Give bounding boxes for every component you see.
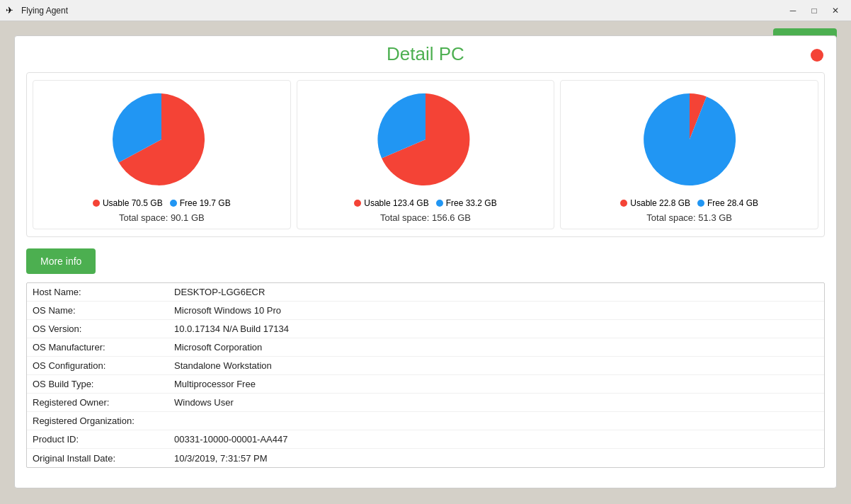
usable-label-1: Usable 70.5 GB — [103, 198, 163, 208]
legend-usable-2: Usable 123.4 GB — [354, 198, 428, 208]
info-value: 00331-10000-00001-AA447 — [174, 434, 818, 445]
info-label: OS Version: — [33, 323, 174, 334]
chart-legend-2: Usable 123.4 GB Free 33.2 GB — [354, 198, 496, 208]
info-value: Microsoft Windows 10 Pro — [174, 305, 818, 316]
chart-card-1: Usable 70.5 GB Free 19.7 GB Total space:… — [33, 80, 291, 229]
legend-free-2: Free 33.2 GB — [436, 198, 497, 208]
pie-chart-1 — [108, 86, 215, 193]
info-row: OS Name:Microsoft Windows 10 Pro — [27, 302, 824, 320]
main-area: Detail PC — [0, 21, 851, 504]
close-button[interactable]: ✕ — [826, 4, 845, 18]
total-value-2: 156.6 GB — [432, 212, 471, 223]
info-box: Host Name:DESKTOP-LGG6ECROS Name:Microso… — [26, 282, 825, 468]
usable-label-3: Usable 22.8 GB — [630, 198, 690, 208]
info-row: OS Configuration: Standalone Workstation — [27, 357, 824, 375]
titlebar-title: Flying Agent — [21, 6, 68, 16]
info-value: Standalone Workstation — [174, 360, 818, 371]
minimize-button[interactable]: ─ — [783, 4, 803, 18]
chart-total-3: Total space: 51.3 GB — [646, 212, 732, 223]
info-label: Original Install Date: — [33, 453, 174, 464]
usable-dot-3 — [620, 200, 627, 207]
info-label: OS Name: — [33, 305, 174, 316]
total-value-3: 51.3 GB — [698, 212, 732, 223]
free-label-1: Free 19.7 GB — [180, 198, 231, 208]
pie-chart-3 — [636, 86, 743, 193]
titlebar-controls: ─ □ ✕ — [783, 4, 845, 18]
info-rows-container: Host Name:DESKTOP-LGG6ECROS Name:Microso… — [27, 283, 824, 467]
info-value: DESKTOP-LGG6ECR — [174, 287, 818, 297]
info-value: Windows User — [174, 397, 818, 408]
free-label-2: Free 33.2 GB — [446, 198, 497, 208]
info-row: Product ID:00331-10000-00001-AA447 — [27, 430, 824, 449]
info-label: Registered Organization: — [33, 416, 174, 426]
chart-total-1: Total space: 90.1 GB — [119, 212, 205, 223]
free-label-3: Free 28.4 GB — [707, 198, 758, 208]
info-value: 10/3/2019, 7:31:57 PM — [174, 453, 818, 464]
total-label-2: Total space: — [380, 212, 429, 223]
free-dot-3 — [697, 200, 704, 207]
info-label: OS Build Type: — [33, 379, 174, 389]
app-icon: ✈ — [6, 5, 17, 16]
panel-title: Detail PC — [15, 43, 836, 65]
total-value-1: 90.1 GB — [171, 212, 205, 223]
status-indicator — [811, 49, 823, 62]
info-row: OS Build Type:Multiprocessor Free — [27, 375, 824, 394]
chart-legend-3: Usable 22.8 GB Free 28.4 GB — [620, 198, 758, 208]
legend-usable-3: Usable 22.8 GB — [620, 198, 690, 208]
legend-free-1: Free 19.7 GB — [170, 198, 231, 208]
info-label: Product ID: — [33, 434, 174, 445]
info-label: OS Manufacturer: — [33, 342, 174, 353]
info-value: Multiprocessor Free — [174, 379, 818, 389]
legend-usable-1: Usable 70.5 GB — [93, 198, 163, 208]
info-row: Registered Organization: — [27, 412, 824, 430]
free-dot-1 — [170, 200, 177, 207]
chart-total-2: Total space: 156.6 GB — [380, 212, 471, 223]
usable-label-2: Usable 123.4 GB — [364, 198, 428, 208]
free-dot-2 — [436, 200, 443, 207]
usable-dot-1 — [93, 200, 100, 207]
panel-scroll-area[interactable]: Usable 70.5 GB Free 19.7 GB Total space:… — [15, 72, 836, 483]
detail-panel: Detail PC — [14, 35, 837, 488]
info-value: Microsoft Corporation — [174, 342, 818, 353]
info-row: OS Manufacturer: Microsoft Corporation — [27, 338, 824, 357]
usable-dot-2 — [354, 200, 361, 207]
legend-free-3: Free 28.4 GB — [697, 198, 758, 208]
total-label-1: Total space: — [119, 212, 168, 223]
maximize-button[interactable]: □ — [804, 4, 824, 18]
more-info-button[interactable]: More info — [26, 248, 96, 274]
charts-container: Usable 70.5 GB Free 19.7 GB Total space:… — [26, 72, 825, 237]
pie-chart-2 — [372, 86, 479, 193]
info-label: Host Name: — [33, 287, 174, 297]
info-value: 10.0.17134 N/A Build 17134 — [174, 323, 818, 334]
total-label-3: Total space: — [646, 212, 695, 223]
titlebar-left: ✈ Flying Agent — [6, 5, 68, 16]
info-row: Registered Owner: Windows User — [27, 394, 824, 412]
info-row: Original Install Date:10/3/2019, 7:31:57… — [27, 449, 824, 467]
info-label: Registered Owner: — [33, 397, 174, 408]
info-row: Host Name:DESKTOP-LGG6ECR — [27, 283, 824, 302]
info-label: OS Configuration: — [33, 360, 174, 371]
chart-legend-1: Usable 70.5 GB Free 19.7 GB — [93, 198, 231, 208]
chart-card-3: Usable 22.8 GB Free 28.4 GB Total space:… — [560, 80, 818, 229]
chart-card-2: Usable 123.4 GB Free 33.2 GB Total space… — [297, 80, 555, 229]
info-row: OS Version:10.0.17134 N/A Build 17134 — [27, 320, 824, 338]
titlebar: ✈ Flying Agent ─ □ ✕ — [0, 0, 851, 21]
